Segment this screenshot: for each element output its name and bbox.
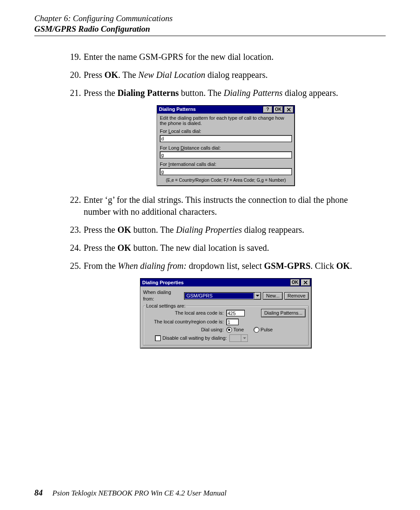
page-footer: 84 Psion Teklogix NETBOOK PRO Win CE 4.2…	[34, 488, 386, 498]
step-number: 19.	[66, 51, 81, 63]
document-page: Chapter 6: Configuring Communications GS…	[0, 0, 420, 510]
disable-cw-combo	[229, 334, 248, 342]
chevron-down-icon	[243, 337, 246, 340]
combo-selected: GSM/GPRS	[185, 293, 254, 299]
dialing-patterns-dialog: Dialing Patterns ? OK Edit the dialing p…	[157, 105, 295, 187]
area-code-input[interactable]	[226, 310, 245, 316]
when-dialing-row: When dialing from: GSM/GPRS New... Remov…	[143, 289, 309, 302]
step-text: Press the Dialing Patterns button. The D…	[84, 87, 386, 99]
page-number: 84	[34, 488, 43, 498]
local-calls-input[interactable]	[160, 135, 292, 142]
pulse-label: Pulse	[261, 327, 273, 333]
figure-dialing-patterns: Dialing Patterns ? OK Edit the dialing p…	[66, 105, 386, 187]
step-number: 23.	[66, 224, 81, 236]
dialog-body: Edit the dialing pattern for each type o…	[157, 114, 295, 186]
step-21: 21. Press the Dialing Patterns button. T…	[66, 87, 386, 99]
local-calls-label: For Local calls dial:	[160, 128, 292, 135]
international-input[interactable]	[160, 168, 292, 175]
book-title: Psion Teklogix NETBOOK PRO Win CE 4.2 Us…	[52, 489, 227, 498]
step-number: 22.	[66, 194, 81, 218]
local-settings-group: Local settings are: The local area code …	[143, 306, 309, 345]
dialing-properties-dialog: Dialing Properties OK When dialing from:…	[140, 278, 312, 349]
step-number: 21.	[66, 87, 81, 99]
page-header: Chapter 6: Configuring Communications GS…	[34, 13, 386, 36]
ok-button[interactable]: OK	[273, 106, 283, 113]
step-text: Press the OK button. The Dialing Propert…	[84, 224, 386, 236]
close-icon	[304, 281, 307, 284]
dial-using-row: Dial using: Tone Pulse	[146, 327, 306, 333]
pulse-radio[interactable]	[254, 327, 259, 333]
combo-dropdown-button[interactable]	[254, 292, 261, 300]
area-code-row: The local area code is: Dialing Patterns…	[146, 309, 306, 317]
step-text: Enter ‘g’ for the dial strings. This ins…	[84, 194, 386, 218]
close-button[interactable]	[301, 279, 310, 286]
long-distance-label: For Long Distance calls dial:	[160, 145, 292, 151]
dialog-body: When dialing from: GSM/GPRS New... Remov…	[140, 286, 311, 348]
step-number: 24.	[66, 242, 81, 254]
instruction-list: 19. Enter the name GSM-GPRS for the new …	[34, 51, 386, 349]
dialog-title: Dialing Properties	[142, 279, 289, 286]
figure-dialing-properties: Dialing Properties OK When dialing from:…	[66, 278, 386, 349]
chevron-down-icon	[256, 294, 259, 297]
ok-button[interactable]: OK	[290, 279, 300, 286]
dialog-title: Dialing Patterns	[159, 106, 262, 113]
step-text: Press OK. The New Dial Location dialog r…	[84, 69, 386, 81]
help-button[interactable]: ?	[263, 106, 273, 113]
disable-cw-label: Disable call waiting by dialing:	[162, 335, 227, 341]
chapter-title: Chapter 6: Configuring Communications	[34, 13, 386, 24]
when-dialing-combo[interactable]: GSM/GPRS	[184, 292, 254, 300]
long-distance-input[interactable]	[160, 151, 292, 158]
close-button[interactable]	[284, 106, 294, 113]
step-23: 23. Press the OK button. The Dialing Pro…	[66, 224, 386, 236]
instruction-text: Edit the dialing pattern for each type o…	[160, 115, 292, 126]
legend-text: (E,e = Country/Region Code; F,f = Area C…	[160, 178, 292, 183]
tone-label: Tone	[233, 327, 244, 333]
step-number: 25.	[66, 260, 81, 272]
step-20: 20. Press OK. The New Dial Location dial…	[66, 69, 386, 81]
dial-using-label: Dial using:	[146, 327, 226, 333]
area-code-label: The local area code is:	[146, 310, 226, 316]
section-title: GSM/GPRS Radio Configuration	[34, 24, 386, 34]
step-text: Press the OK button. The new dial locati…	[84, 242, 386, 254]
step-number: 20.	[66, 69, 81, 81]
step-25: 25. From the When dialing from: dropdown…	[66, 260, 386, 272]
tone-radio[interactable]	[226, 327, 232, 333]
disable-cw-checkbox[interactable]	[155, 335, 161, 341]
step-24: 24. Press the OK button. The new dial lo…	[66, 242, 386, 254]
step-text: From the When dialing from: dropdown lis…	[84, 260, 386, 272]
dialing-patterns-button[interactable]: Dialing Patterns...	[261, 309, 306, 317]
step-19: 19. Enter the name GSM-GPRS for the new …	[66, 51, 386, 63]
group-title: Local settings are:	[145, 303, 186, 309]
country-code-input[interactable]	[226, 319, 239, 325]
title-bar: Dialing Patterns ? OK	[157, 106, 295, 114]
disable-call-waiting-row: Disable call waiting by dialing:	[146, 334, 306, 342]
country-code-label: The local country/region code is:	[146, 319, 226, 325]
step-text: Enter the name GSM-GPRS for the new dial…	[84, 51, 386, 63]
close-icon	[287, 108, 291, 111]
when-dialing-label: When dialing from:	[143, 289, 181, 302]
international-label: For International calls dial:	[160, 161, 292, 168]
remove-button[interactable]: Remove	[284, 292, 309, 300]
step-22: 22. Enter ‘g’ for the dial strings. This…	[66, 194, 386, 218]
new-button[interactable]: New...	[263, 292, 283, 300]
title-bar: Dialing Properties OK	[140, 279, 311, 286]
country-code-row: The local country/region code is:	[146, 319, 306, 325]
